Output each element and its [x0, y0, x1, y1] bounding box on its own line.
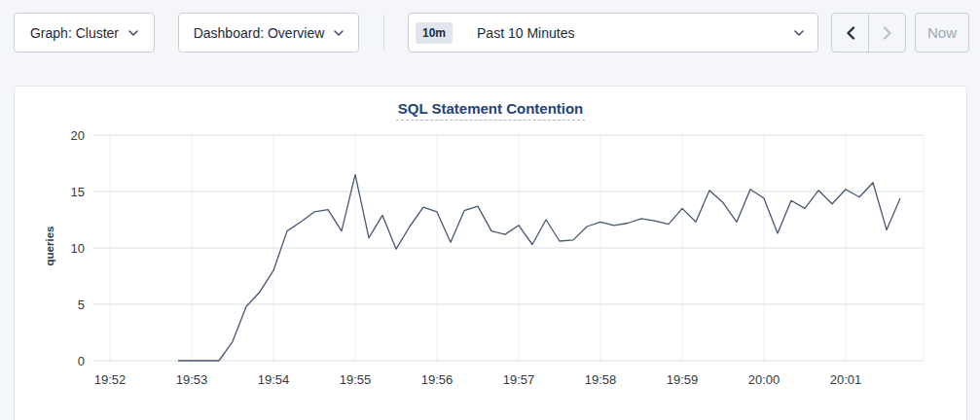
chevron-down-icon	[128, 30, 138, 36]
next-time-button[interactable]	[869, 14, 905, 52]
time-range-picker[interactable]: 10m Past 10 Minutes	[408, 13, 818, 52]
x-tick-label: 20:00	[748, 372, 780, 387]
x-tick-label: 19:55	[340, 372, 372, 387]
x-tick-label: 20:01	[830, 372, 862, 387]
x-tick-label: 19:57	[503, 372, 535, 387]
y-tick-label: 10	[71, 241, 85, 256]
y-tick-label: 5	[78, 298, 85, 312]
y-tick-label: 0	[78, 354, 85, 368]
time-range-label: Past 10 Minutes	[477, 25, 784, 41]
chevron-left-icon	[846, 26, 855, 40]
series-line-queries	[178, 175, 900, 361]
chevron-down-icon	[334, 30, 344, 36]
y-tick-label: 20	[71, 128, 85, 143]
time-nav-group	[831, 13, 906, 52]
chevron-down-icon	[794, 30, 804, 36]
sql-contention-chart[interactable]: 19:5219:5319:5419:5519:5619:5719:5819:59…	[15, 87, 968, 420]
x-tick-label: 19:53	[176, 372, 208, 387]
time-range-badge: 10m	[416, 22, 453, 44]
x-tick-label: 19:52	[94, 372, 127, 387]
x-tick-label: 19:59	[667, 372, 699, 387]
x-tick-label: 19:54	[258, 372, 290, 387]
now-button-label: Now	[927, 24, 957, 41]
graph-dropdown[interactable]: Graph: Cluster	[14, 13, 155, 52]
x-tick-label: 19:56	[421, 372, 454, 387]
dashboard-dropdown[interactable]: Dashboard: Overview	[178, 13, 359, 52]
x-tick-label: 19:58	[585, 372, 617, 387]
toolbar-divider	[383, 15, 384, 50]
chart-card: SQL Statement Contention queries 19:5219…	[14, 86, 967, 420]
dashboard-dropdown-label: Dashboard: Overview	[194, 25, 325, 41]
graph-dropdown-label: Graph: Cluster	[30, 25, 119, 41]
prev-time-button[interactable]	[832, 14, 869, 52]
now-button[interactable]: Now	[915, 13, 969, 52]
chevron-right-icon	[883, 26, 892, 40]
y-tick-label: 15	[71, 185, 85, 199]
